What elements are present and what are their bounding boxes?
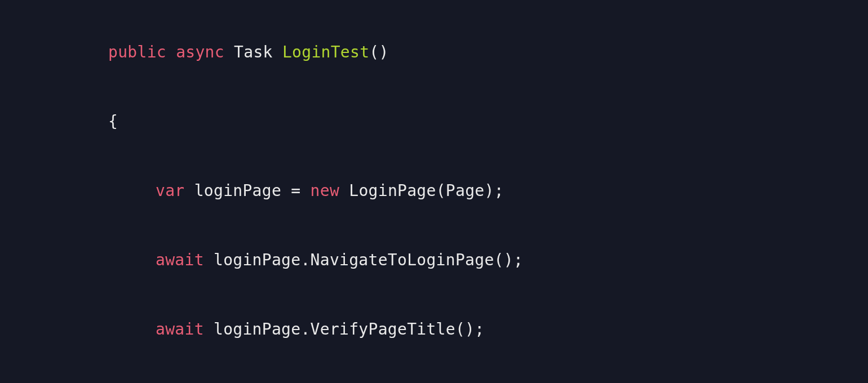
code-line: await loginPage.NavigateToLoginPage(); [0,243,868,278]
object-ref: loginPage [214,320,300,339]
code-line: var loginPage = new LoginPage(Page); [0,173,868,208]
type-task: Task [234,43,273,61]
paren-close: ); [484,181,503,200]
paren-open: ( [436,181,446,200]
dot: . [300,251,310,269]
identifier-loginpage: loginPage [194,181,281,200]
equals: = [291,181,300,200]
call-end: (); [455,320,484,339]
code-line: { [0,104,868,139]
keyword-var: var [156,181,184,200]
code-editor[interactable]: public async Task LoginTest() { var logi… [0,0,868,383]
code-line: public async Task LoginTest() [0,35,868,70]
method-call: VerifyPageTitle [311,320,455,339]
keyword-await: await [156,320,204,339]
object-ref: loginPage [214,251,300,269]
method-name: LoginTest [282,43,369,61]
keyword-await: await [156,251,204,269]
keyword-public: public [108,43,166,61]
brace-open: { [108,112,118,131]
parentheses: () [369,43,388,61]
keyword-async: async [176,43,224,61]
argument: Page [446,181,485,200]
keyword-new: new [311,181,339,200]
method-call: NavigateToLoginPage [311,251,494,269]
dot: . [300,320,310,339]
call-end: (); [494,251,523,269]
constructor-name: LoginPage [349,181,436,200]
code-line: await loginPage.VerifyPageTitle(); [0,312,868,347]
